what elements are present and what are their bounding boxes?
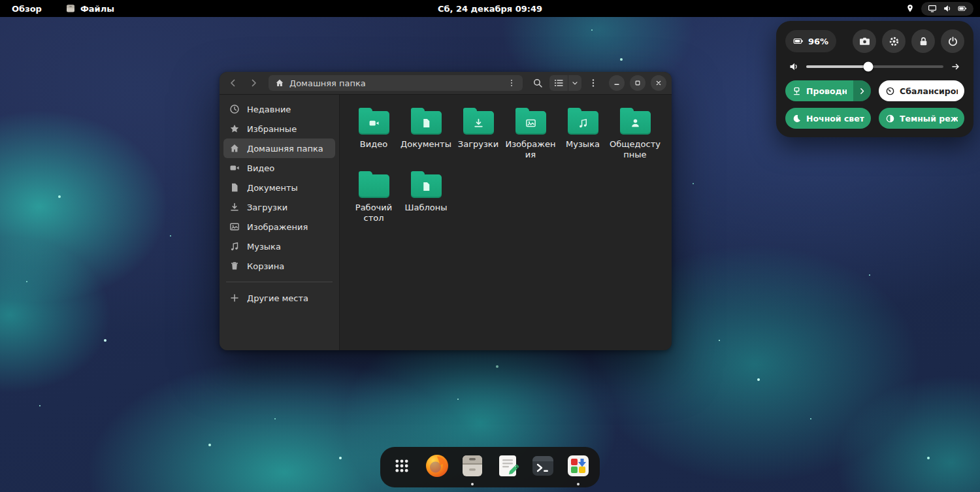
folder-icon — [359, 174, 389, 198]
view-options-button[interactable] — [568, 75, 581, 91]
star-icon — [229, 123, 240, 134]
volume-expand-icon[interactable] — [951, 61, 961, 72]
volume-slider[interactable] — [806, 65, 943, 68]
list-view-button[interactable] — [549, 75, 568, 91]
folder-item[interactable]: Документы — [400, 105, 452, 159]
folder-item[interactable]: Загрузки — [452, 105, 504, 159]
video-emblem-icon — [368, 118, 380, 129]
window-menu-button[interactable] — [585, 74, 602, 91]
path-menu-icon[interactable] — [507, 78, 516, 88]
folder-icon — [411, 111, 442, 135]
minimize-button[interactable] — [609, 75, 625, 91]
chevron-down-icon — [571, 79, 579, 87]
share-emblem-icon — [630, 118, 641, 129]
folder-item[interactable]: Изображения — [504, 105, 557, 159]
video-icon — [229, 163, 240, 173]
sidebar-item[interactable]: Домашняя папка — [223, 139, 335, 158]
dock-software[interactable] — [565, 453, 591, 479]
folder-item[interactable]: Музыка — [557, 105, 609, 159]
toggle-wired[interactable]: Проводное — [785, 80, 871, 101]
sidebar-item[interactable]: Другие места — [223, 288, 335, 308]
close-icon — [655, 79, 662, 87]
search-button[interactable] — [529, 74, 546, 91]
sidebar-item[interactable]: Избранные — [223, 119, 335, 139]
dock-terminal[interactable] — [530, 453, 556, 479]
maximize-icon — [634, 79, 642, 87]
toggle-label: Проводное — [806, 86, 847, 96]
forward-icon — [248, 78, 259, 88]
sidebar-item[interactable]: Недавние — [223, 99, 335, 119]
path-label: Домашняя папка — [289, 78, 366, 88]
toggle-dark-mode[interactable]: Темный режим — [879, 108, 964, 129]
folder-item[interactable]: Общедоступные — [609, 105, 661, 159]
folder-item[interactable]: Видео — [348, 105, 400, 159]
folder-name: Видео — [360, 139, 387, 150]
sidebar: НедавниеИзбранныеДомашняя папкаВидеоДоку… — [220, 95, 340, 350]
sidebar-item[interactable]: Документы — [223, 178, 335, 197]
sidebar-item-label: Загрузки — [247, 203, 287, 212]
window-header[interactable]: Домашняя папка — [220, 72, 672, 95]
battery-status[interactable]: 96% — [785, 30, 836, 52]
power-profile-icon — [885, 86, 895, 96]
battery-percent: 96% — [808, 37, 828, 46]
gear-icon — [889, 36, 900, 47]
maximize-button[interactable] — [630, 75, 645, 91]
dock-firefox[interactable] — [424, 453, 450, 479]
download-emblem-icon — [473, 118, 484, 129]
folder-icon — [568, 111, 598, 135]
volume-fill — [806, 65, 868, 68]
folder-icon — [515, 111, 546, 135]
folder-item[interactable]: Шаблоны — [400, 169, 452, 223]
speaker-icon — [789, 61, 799, 72]
power-button[interactable] — [941, 29, 964, 53]
toggle-power-profile[interactable]: Сбалансирован… — [879, 80, 964, 101]
back-icon — [228, 78, 238, 88]
trash-icon — [229, 261, 240, 271]
activities-button[interactable]: Обзор — [7, 4, 47, 14]
sidebar-item-label: Недавние — [247, 105, 291, 114]
sidebar-item[interactable]: Музыка — [223, 237, 335, 256]
back-button[interactable] — [225, 74, 242, 91]
toggle-submenu-arrow[interactable] — [853, 80, 871, 101]
sidebar-item[interactable]: Изображения — [223, 217, 335, 237]
volume-knob[interactable] — [863, 62, 873, 72]
folder-grid: ВидеоДокументыЗагрузкиИзображенияМузыкаО… — [340, 95, 672, 350]
dock-files[interactable] — [459, 453, 485, 479]
sidebar-item-label: Музыка — [247, 242, 281, 252]
toggle-night-light[interactable]: Ночной свет — [785, 108, 871, 129]
files-window: Домашняя папка — [220, 72, 672, 350]
sidebar-item-label: Изображения — [247, 222, 308, 232]
screenshot-button[interactable] — [853, 29, 876, 53]
path-bar[interactable]: Домашняя папка — [269, 75, 523, 91]
sidebar-item[interactable]: Видео — [223, 158, 335, 178]
document-emblem-icon — [421, 118, 432, 129]
lock-button[interactable] — [911, 29, 935, 53]
running-indicator — [577, 483, 580, 485]
sidebar-item[interactable]: Загрузки — [223, 197, 335, 217]
sidebar-other: Другие места — [223, 288, 335, 308]
close-button[interactable] — [651, 75, 666, 91]
folder-name: Документы — [400, 139, 451, 150]
dark-mode-icon — [885, 114, 895, 123]
running-indicator — [471, 483, 474, 485]
sidebar-item-label: Другие места — [247, 293, 308, 303]
recent-icon — [229, 104, 240, 114]
app-menu[interactable]: Файлы — [63, 3, 117, 14]
battery-icon — [793, 36, 804, 46]
sidebar-item[interactable]: Корзина — [223, 256, 335, 276]
dock-text-editor[interactable] — [495, 453, 521, 479]
settings-button[interactable] — [882, 29, 906, 53]
folder-icon — [359, 111, 389, 135]
folder-icon — [463, 111, 494, 135]
dock — [380, 447, 600, 487]
home-icon — [229, 143, 240, 154]
system-tray[interactable] — [921, 2, 973, 16]
dock-app-grid[interactable] — [389, 453, 415, 479]
folder-item[interactable]: Рабочий стол — [348, 169, 400, 223]
qs-toggles: ПроводноеСбалансирован…Ночной светТемный… — [785, 80, 964, 129]
folder-name: Общедоступные — [609, 139, 661, 159]
image-icon — [229, 221, 240, 232]
clock[interactable]: Сб, 24 декабря 09:49 — [438, 4, 542, 14]
moon-icon — [792, 114, 802, 123]
forward-button[interactable] — [245, 74, 262, 91]
